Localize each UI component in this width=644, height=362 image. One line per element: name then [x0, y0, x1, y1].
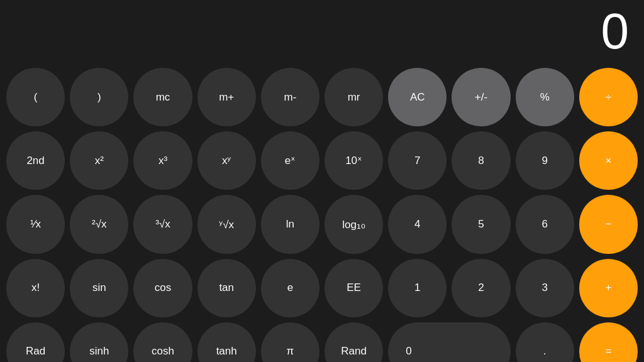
equals-button[interactable]: =: [579, 322, 638, 362]
sqrt2-button[interactable]: ²√x: [70, 195, 128, 253]
cosh-button[interactable]: cosh: [133, 322, 192, 362]
8-button[interactable]: 8: [452, 131, 510, 190]
5-button[interactable]: 5: [452, 195, 510, 253]
subtract-button[interactable]: −: [579, 195, 638, 253]
10x-button[interactable]: 10ˣ: [325, 131, 383, 190]
m-plus-button[interactable]: m+: [197, 68, 256, 126]
percent-button[interactable]: %: [516, 68, 574, 126]
sinh-button[interactable]: sinh: [70, 322, 128, 362]
plus-minus-button[interactable]: +/-: [452, 68, 510, 126]
sqrt3-button[interactable]: ³√x: [133, 195, 192, 253]
tan-button[interactable]: tan: [197, 259, 256, 317]
xy-button[interactable]: xʸ: [197, 131, 256, 190]
multiply-button[interactable]: ×: [579, 131, 638, 190]
mr-button[interactable]: mr: [325, 68, 383, 126]
ee-button[interactable]: EE: [325, 259, 383, 317]
7-button[interactable]: 7: [388, 131, 447, 190]
mc-button[interactable]: mc: [133, 68, 192, 126]
rad-button[interactable]: Rad: [6, 322, 65, 362]
9-button[interactable]: 9: [516, 131, 574, 190]
3-button[interactable]: 3: [516, 259, 574, 317]
m-minus-button[interactable]: m-: [261, 68, 319, 126]
ac-button[interactable]: AC: [388, 68, 447, 126]
6-button[interactable]: 6: [516, 195, 574, 253]
divide-button[interactable]: ÷: [579, 68, 638, 126]
sqrty-button[interactable]: ʸ√x: [197, 195, 256, 253]
tanh-button[interactable]: tanh: [197, 322, 256, 362]
calculator-grid: ()mcm+m-mrAC+/-%÷2ndx²x³xʸeˣ10ˣ789×¹⁄x²√…: [0, 63, 644, 362]
display-value: 0: [601, 6, 630, 57]
close-paren-button[interactable]: ): [70, 68, 128, 126]
1-button[interactable]: 1: [388, 259, 447, 317]
factorial-button[interactable]: x!: [6, 259, 65, 317]
decimal-button[interactable]: .: [516, 322, 574, 362]
2nd-button[interactable]: 2nd: [6, 131, 65, 190]
sin-button[interactable]: sin: [70, 259, 128, 317]
ln-button[interactable]: ln: [261, 195, 319, 253]
add-button[interactable]: +: [579, 259, 638, 317]
x3-button[interactable]: x³: [133, 131, 192, 190]
4-button[interactable]: 4: [388, 195, 447, 253]
rand-button[interactable]: Rand: [325, 322, 383, 362]
2-button[interactable]: 2: [452, 259, 510, 317]
0-button[interactable]: 0: [388, 322, 510, 362]
x2-button[interactable]: x²: [70, 131, 128, 190]
cos-button[interactable]: cos: [133, 259, 192, 317]
ex-button[interactable]: eˣ: [261, 131, 319, 190]
e-button[interactable]: e: [261, 259, 319, 317]
log10-button[interactable]: log₁₀: [325, 195, 383, 253]
pi-button[interactable]: π: [261, 322, 319, 362]
display: 0: [0, 0, 644, 63]
inv-x-button[interactable]: ¹⁄x: [6, 195, 65, 253]
open-paren-button[interactable]: (: [6, 68, 65, 126]
